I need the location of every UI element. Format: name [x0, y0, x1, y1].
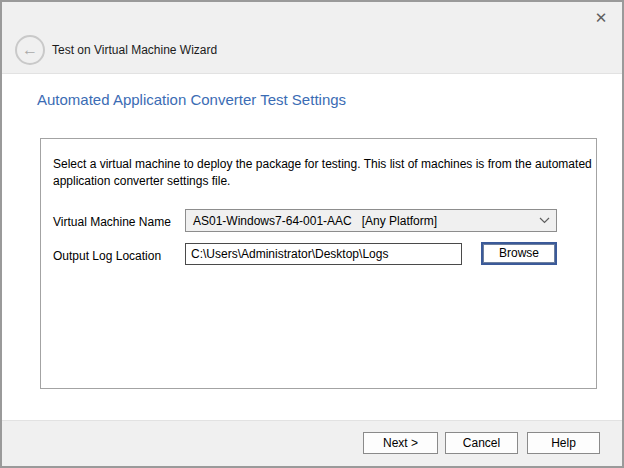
description-line: Select a virtual machine to deploy the p… — [53, 156, 592, 173]
wizard-window: ← Test on Virtual Machine Wizard ✕ Autom… — [0, 0, 624, 468]
close-icon: ✕ — [595, 9, 608, 26]
description-text: Select a virtual machine to deploy the p… — [53, 156, 592, 190]
window-title: Test on Virtual Machine Wizard — [52, 35, 217, 65]
output-log-location-label: Output Log Location — [53, 249, 161, 263]
close-button[interactable]: ✕ — [588, 6, 614, 30]
wizard-header: ← Test on Virtual Machine Wizard ✕ — [2, 2, 622, 74]
description-line: application converter settings file. — [53, 173, 592, 190]
settings-group-box: Select a virtual machine to deploy the p… — [40, 138, 597, 389]
virtual-machine-dropdown[interactable]: AS01-Windows7-64-001-AAC [Any Platform] — [185, 209, 557, 232]
back-arrow-icon: ← — [22, 41, 38, 58]
virtual-machine-selected-value: AS01-Windows7-64-001-AAC [Any Platform] — [186, 214, 532, 228]
next-button[interactable]: Next > — [363, 432, 438, 454]
output-log-location-input[interactable] — [185, 243, 462, 265]
back-button[interactable]: ← — [15, 35, 45, 65]
wizard-footer: Next > Cancel Help — [2, 420, 622, 466]
page-title: Automated Application Converter Test Set… — [37, 91, 346, 108]
chevron-down-icon — [532, 217, 556, 224]
browse-button[interactable]: Browse — [481, 242, 557, 265]
cancel-button[interactable]: Cancel — [445, 432, 518, 454]
help-button[interactable]: Help — [527, 432, 600, 454]
virtual-machine-name-label: Virtual Machine Name — [53, 215, 171, 229]
